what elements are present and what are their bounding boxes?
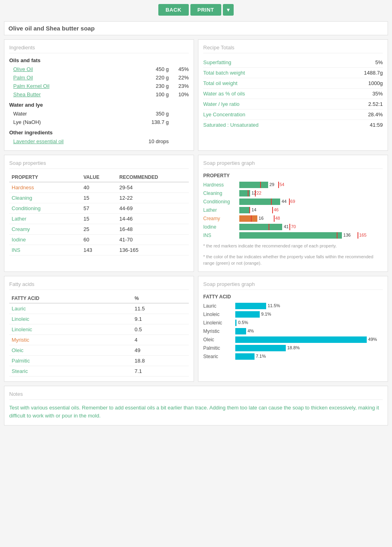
- oils-section-label: Oils and fats: [9, 57, 189, 63]
- prop-name: Conditioning: [9, 203, 81, 214]
- table-row: Palmitic 18.8: [9, 355, 189, 366]
- recipe-total-row: Superfatting 5%: [203, 57, 383, 68]
- bar-marker-max: [274, 215, 275, 222]
- fatty-bar-container: 9.1%: [235, 311, 383, 318]
- chart-note2: * the color of the bar indicates whether…: [203, 253, 383, 267]
- prop-value: 60: [81, 235, 117, 245]
- recipe-totals-panel: Recipe Totals Superfatting 5% Total batc…: [198, 39, 388, 151]
- fatty-bar-container: 18.8%: [235, 345, 383, 351]
- print-dropdown-button[interactable]: ▾: [223, 4, 234, 16]
- rt-label: Water / lye ratio: [203, 101, 240, 107]
- recipe-totals-title: Recipe Totals: [203, 45, 383, 53]
- bar-marker-min: [337, 232, 337, 239]
- notes-panel: Notes Test with various essential oils. …: [4, 386, 388, 426]
- soap-properties-table: PROPERTY VALUE RECOMMENDED Hardness 40 2…: [9, 173, 189, 255]
- fatty-bar-row: Stearic 7.1%: [203, 353, 383, 360]
- bar-max-label: 54: [279, 182, 284, 187]
- ingredient-name[interactable]: Lavender essential oil: [13, 138, 137, 144]
- prop-recommended: 41-70: [117, 235, 189, 245]
- bar-max-label: 22: [257, 190, 261, 195]
- ingredient-pct: 45%: [169, 66, 189, 72]
- fatty-bar-label: Stearic: [203, 354, 235, 359]
- ingredient-name[interactable]: Olive Oil: [13, 66, 137, 72]
- col-pct: %: [132, 294, 189, 303]
- bar-max-label: 69: [290, 199, 295, 204]
- rt-label: Total oil weight: [203, 80, 237, 86]
- ingredient-row: Palm Kernel Oil 230 g 23%: [9, 82, 189, 90]
- rt-label: Saturated : Unsaturated: [203, 122, 259, 128]
- print-button[interactable]: PRINT: [190, 4, 222, 16]
- prop-name: INS: [9, 245, 81, 255]
- bar-row: Conditioning 44 69: [203, 199, 383, 205]
- fatty-bar-row: Myristic 4%: [203, 328, 383, 334]
- fatty-bar-fill: [235, 345, 286, 351]
- fatty-bar-container: 11.5%: [235, 303, 383, 309]
- graph-col-property: PROPERTY: [203, 173, 383, 178]
- fatty-value: 49: [132, 345, 189, 355]
- fatty-bar-container: 49%: [235, 336, 383, 343]
- ingredient-name[interactable]: Palm Oil: [13, 75, 137, 81]
- fatty-name: Stearic: [9, 366, 132, 376]
- fatty-bar-fill: [235, 328, 246, 334]
- table-row: INS 143 136-165: [9, 245, 189, 255]
- fatty-bar-fill: [235, 336, 367, 343]
- fatty-name: Oleic: [9, 345, 132, 355]
- table-row: Hardness 40 29-54: [9, 182, 189, 193]
- bar-container: 12 22: [239, 190, 383, 197]
- table-row: Oleic 49: [9, 345, 189, 355]
- fatty-bar-text: 4%: [247, 328, 254, 333]
- ingredient-name[interactable]: Palm Kernel Oil: [13, 83, 137, 89]
- fatty-bar-fill: [235, 303, 266, 309]
- bar-marker-min: [271, 199, 272, 205]
- recipe-total-row: Water / lye ratio 2.52:1: [203, 99, 383, 109]
- prop-value: 15: [81, 193, 117, 203]
- ingredient-amount: 10 drops: [137, 138, 169, 144]
- fatty-bar-fill: [235, 311, 260, 318]
- fatty-value: 7.1: [132, 366, 189, 376]
- bar-container: 16 48: [239, 215, 383, 222]
- bar-label: Conditioning: [203, 199, 239, 205]
- fatty-name: Palmitic: [9, 355, 132, 366]
- ingredient-amount: 220 g: [137, 75, 169, 81]
- fatty-bar-row: Palmitic 18.8%: [203, 345, 383, 351]
- fatty-bar-text: 9.1%: [261, 312, 271, 316]
- bar-fill: [239, 199, 280, 205]
- ingredient-row: Shea Butter 100 g 10%: [9, 90, 189, 99]
- notes-title: Notes: [9, 391, 383, 400]
- rt-value: 28.4%: [368, 111, 383, 118]
- fatty-acids-panel: Fatty acids FATTY ACID % Lauric 11.5 Lin…: [4, 276, 194, 382]
- ingredient-pct: 23%: [169, 83, 189, 89]
- fatty-bar-row: Oleic 49%: [203, 336, 383, 343]
- ingredient-name[interactable]: Shea Butter: [13, 91, 137, 97]
- bar-marker-max: [358, 232, 358, 239]
- bar-value-label: 14: [251, 207, 256, 212]
- fatty-bar-container: 0.5%: [235, 320, 383, 326]
- water-section-label: Water and lye: [9, 102, 189, 108]
- fatty-bar-text: 11.5%: [268, 303, 280, 308]
- fatty-value: 9.1: [132, 314, 189, 324]
- bar-max-label: 70: [291, 224, 296, 229]
- fatty-bar-container: 7.1%: [235, 353, 383, 360]
- prop-name: Iodine: [9, 235, 81, 245]
- soap-properties-graph-panel: Soap properties graph PROPERTY Hardness …: [198, 155, 388, 272]
- bar-container: 14 46: [239, 207, 383, 213]
- bar-fill: [239, 182, 268, 188]
- back-button[interactable]: BACK: [158, 4, 189, 16]
- prop-recommended: 16-48: [117, 224, 189, 235]
- ingredient-amount: 230 g: [137, 83, 169, 89]
- rt-value: 35%: [372, 91, 383, 97]
- rt-value: 41:59: [370, 122, 383, 128]
- bar-max-label: 48: [275, 216, 280, 221]
- fatty-acids-title: Fatty acids: [9, 281, 189, 290]
- bar-label: Lather: [203, 207, 239, 213]
- rt-value: 1488.7g: [364, 70, 383, 76]
- bar-marker-min: [251, 215, 252, 222]
- prop-name: Cleaning: [9, 193, 81, 203]
- prop-value: 15: [81, 214, 117, 224]
- bar-row: Cleaning 12 22: [203, 190, 383, 197]
- fatty-bar-row: Lauric 11.5%: [203, 303, 383, 309]
- fatty-bar-text: 0.5%: [238, 320, 248, 325]
- fatty-bar-label: Palmitic: [203, 345, 235, 351]
- ingredient-row: Palm Oil 220 g 22%: [9, 73, 189, 82]
- prop-name: Creamy: [9, 224, 81, 235]
